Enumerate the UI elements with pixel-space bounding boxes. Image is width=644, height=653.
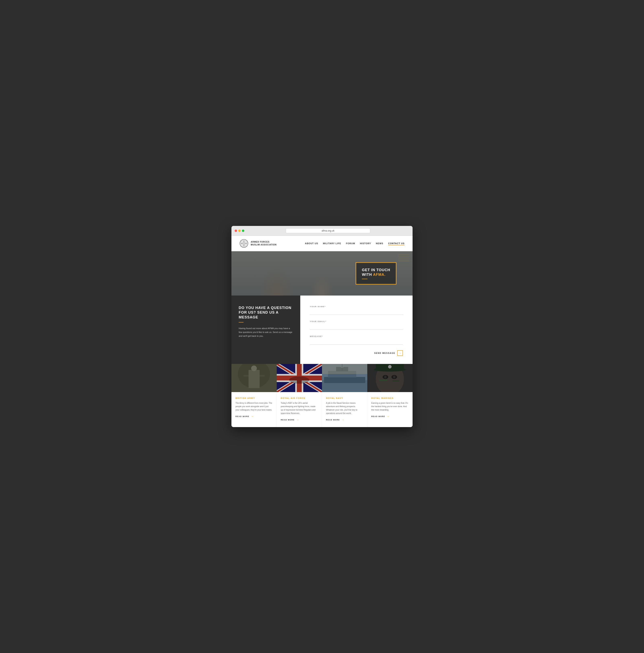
card-title-marines: ROYAL MARINES [371,397,408,399]
svg-point-3 [242,242,245,245]
card-title-army: BRITISH ARMY [236,397,272,399]
svg-point-11 [251,365,257,371]
card-royal-air-force: ROYAL AIR FORCE Today's RAF is the UK's … [277,392,322,427]
cards-section: BRITISH ARMY The Army is different from … [232,392,412,427]
message-label: MESSAGE* [310,335,403,337]
hero-tagline-text: GET IN TOUCH WITH AFMA. [362,268,390,277]
read-more-arrow-army: → [251,415,254,418]
deco-lines-icon [398,253,409,264]
svg-rect-42 [379,380,387,381]
site-nav: ABOUT US MILITARY LIFE FORUM HISTORY NEW… [305,242,405,245]
image-grid [232,364,412,392]
read-more-marines[interactable]: READ MORE → [371,415,408,418]
logo-text: ARMED FORCES MUSLIM ASSOCIATION [251,241,277,246]
svg-rect-13 [260,375,265,377]
browser-chrome: afma.org.uk [232,226,412,236]
svg-point-24 [289,377,309,384]
card-desc-navy: A job in the Naval Service means adventu… [326,401,363,415]
minimize-dot[interactable] [238,229,241,232]
nav-news[interactable]: NEWS [376,242,383,245]
send-message-button[interactable]: SEND MESSAGE → [310,350,403,356]
svg-rect-43 [392,381,400,381]
address-bar[interactable]: afma.org.uk [286,228,370,233]
svg-rect-10 [248,370,260,388]
contact-left-panel: DO YOU HAVE A QUESTION FOR US? SEND US A… [232,295,300,364]
close-dot[interactable] [235,229,237,232]
hero-section: GET IN TOUCH WITH AFMA. [232,251,412,295]
raf-image [277,364,322,392]
card-desc-marines: Earning a green beret is no easy feat. I… [371,401,408,412]
svg-point-38 [393,376,396,379]
svg-point-41 [388,365,391,368]
navy-image [322,364,367,392]
read-more-navy-label: READ MORE [326,419,340,421]
card-british-army: BRITISH ARMY The Army is different from … [232,392,277,427]
nav-forum[interactable]: FORUM [346,242,355,245]
hero-tagline-box: GET IN TOUCH WITH AFMA. [356,262,397,285]
name-label: YOUR NAME* [310,306,403,308]
card-royal-marines: ROYAL MARINES Earning a green beret is n… [367,392,412,427]
read-more-navy[interactable]: READ MORE → [326,418,363,421]
hero-underline-deco [362,279,367,279]
site-logo: ARMED FORCES MUSLIM ASSOCIATION [239,239,277,248]
nav-contact-us[interactable]: CONTACT US [388,242,405,245]
contact-section: DO YOU HAVE A QUESTION FOR US? SEND US A… [232,295,412,364]
email-input[interactable] [310,324,403,330]
nav-history[interactable]: HISTORY [360,242,371,245]
read-more-arrow-marines: → [387,415,390,418]
nav-about-us[interactable]: ABOUT US [305,242,318,245]
maximize-dot[interactable] [242,229,244,232]
contact-form-panel: YOUR NAME* YOUR EMAIL* MESSAGE* SEND MES… [300,295,412,364]
read-more-raf[interactable]: READ MORE → [281,418,318,421]
svg-rect-12 [243,375,248,377]
email-label: YOUR EMAIL* [310,320,403,322]
read-more-arrow-raf: → [296,418,300,421]
card-royal-navy: ROYAL NAVY A job in the Naval Service me… [322,392,367,427]
svg-rect-32 [322,364,367,374]
site-header: ARMED FORCES MUSLIM ASSOCIATION ABOUT US… [232,236,412,251]
form-name-field: YOUR NAME* [310,306,403,315]
marines-image [367,364,412,392]
browser-window: afma.org.uk ARMED FORCES MUSLIM ASSOCIAT… [232,226,412,427]
form-email-field: YOUR EMAIL* [310,320,403,330]
contact-description: Having found out more about AFMA you may… [239,326,293,338]
read-more-arrow-navy: → [341,418,345,421]
card-title-navy: ROYAL NAVY [326,397,363,399]
card-desc-raf: Today's RAF is the UK's aerial peacekeep… [281,401,318,415]
svg-point-37 [384,376,387,379]
read-more-raf-label: READ MORE [281,419,295,421]
name-input[interactable] [310,309,403,315]
read-more-army[interactable]: READ MORE → [236,415,272,418]
send-message-label: SEND MESSAGE [374,352,395,354]
nav-military-life[interactable]: MILITARY LIFE [323,242,341,245]
read-more-army-label: READ MORE [236,415,249,417]
card-title-raf: ROYAL AIR FORCE [281,397,318,399]
contact-heading: DO YOU HAVE A QUESTION FOR US? SEND US A… [239,306,293,320]
send-arrow-icon: → [397,350,403,356]
message-input[interactable] [310,339,403,345]
form-message-field: MESSAGE* [310,335,403,345]
card-desc-army: The Army is different from most jobs. Th… [236,401,272,412]
browser-traffic-lights [235,229,244,232]
read-more-marines-label: READ MORE [371,415,385,417]
contact-divider [239,322,243,322]
svg-point-2 [243,243,245,244]
svg-rect-27 [324,377,365,383]
army-image [232,364,277,392]
logo-emblem-icon [239,239,248,248]
